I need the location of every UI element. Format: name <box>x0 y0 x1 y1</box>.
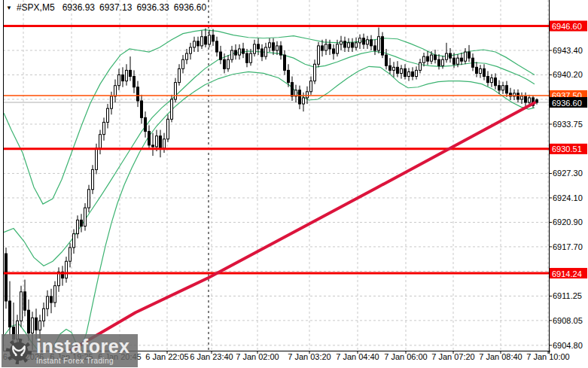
price-tick-label: 6920.90 <box>553 217 583 227</box>
candle-body <box>69 248 72 261</box>
candle-body <box>269 43 271 47</box>
candle-body <box>5 254 8 301</box>
candle-body <box>47 297 49 309</box>
candle-body <box>197 41 200 46</box>
candle-body <box>24 292 26 310</box>
candle-body <box>32 318 34 333</box>
current-price-badge-label: 6936.60 <box>552 99 582 108</box>
chart-window: 6943.406940.206933.756927.306924.106920.… <box>0 0 588 368</box>
candle-body <box>374 46 376 50</box>
candle-body <box>389 65 391 70</box>
candle-body <box>231 50 233 59</box>
candle-body <box>480 68 482 73</box>
candle-body <box>50 297 53 303</box>
candle-body <box>178 68 181 82</box>
candle-body <box>521 96 523 99</box>
candle-body <box>536 100 538 102</box>
candle-body <box>468 52 471 58</box>
candle-body <box>449 53 452 58</box>
candle-body <box>340 41 343 44</box>
candle-body <box>224 59 226 68</box>
candle-body <box>54 286 56 303</box>
candle-body <box>442 59 444 65</box>
chart-title-bar: ▼ #SPX,M5 6936.93 6937.13 6936.33 6936.6… <box>6 2 211 13</box>
candle-body <box>483 68 486 76</box>
candle-body <box>446 53 448 59</box>
candle-body <box>118 75 120 85</box>
candle-body <box>273 43 275 50</box>
candle-body <box>209 35 211 44</box>
candle-body <box>28 310 30 333</box>
candle-body <box>427 56 429 61</box>
time-tick-label: 7 Jan 02:00 <box>236 352 279 361</box>
candle-body <box>363 38 365 44</box>
candle-body <box>39 321 41 330</box>
time-tick-label: 7 Jan 04:40 <box>336 352 379 361</box>
candle-body <box>465 52 467 61</box>
symbol-dropdown-icon[interactable]: ▼ <box>6 5 12 11</box>
time-tick-label: 7 Jan 03:20 <box>288 352 331 361</box>
candle-body <box>122 75 124 81</box>
price-chart-canvas[interactable]: 6943.406940.206933.756927.306924.106920.… <box>0 0 588 368</box>
candle-body <box>186 53 188 59</box>
candle-body <box>235 50 237 55</box>
candle-body <box>310 81 312 92</box>
candle-body <box>201 37 203 46</box>
candle-body <box>84 208 87 226</box>
candle-body <box>306 92 309 98</box>
candle-body <box>491 78 493 83</box>
symbol-timeframe-label: #SPX,M5 <box>17 2 55 13</box>
candle-body <box>525 96 527 102</box>
candle-body <box>156 136 158 147</box>
time-tick-label: 7 Jan 08:40 <box>479 352 522 361</box>
price-tick-label: 6908.05 <box>553 316 583 325</box>
candle-body <box>495 78 497 86</box>
candle-body <box>382 37 384 55</box>
candle-body <box>66 261 68 278</box>
instaforex-logo-gear-icon <box>5 336 33 366</box>
candle-body <box>99 135 102 148</box>
candle-body <box>502 86 504 90</box>
chart-background <box>0 0 588 368</box>
candle-body <box>216 41 218 52</box>
price-tick-label: 6917.70 <box>553 242 583 251</box>
candle-body <box>9 301 11 327</box>
candle-body <box>265 47 267 56</box>
candle-body <box>288 70 290 82</box>
candle-body <box>498 86 501 90</box>
price-tick-label: 6943.40 <box>553 46 583 55</box>
candle-body <box>487 77 489 83</box>
candle-body <box>461 58 463 61</box>
candle-body <box>457 58 459 64</box>
candle-body <box>20 292 23 321</box>
candle-body <box>137 87 139 101</box>
candle-body <box>397 67 399 73</box>
candle-body <box>254 44 256 53</box>
candle-body <box>355 43 358 47</box>
candle-body <box>284 55 286 70</box>
candle-body <box>329 44 331 49</box>
candle-body <box>73 234 75 248</box>
candle-body <box>506 86 508 93</box>
candle-body <box>257 44 260 49</box>
candle-body <box>246 53 248 62</box>
price-tick-label: 6933.75 <box>553 120 583 129</box>
candle-body <box>472 58 474 67</box>
candle-body <box>96 148 98 169</box>
support-price-badge-label: 6914.24 <box>552 269 582 278</box>
candle-body <box>367 40 369 44</box>
candle-body <box>88 190 90 208</box>
candle-body <box>423 56 425 62</box>
candle-body <box>129 70 132 76</box>
price-tick-label: 6911.25 <box>553 291 582 300</box>
candle-body <box>77 220 79 233</box>
candle-body <box>160 136 162 148</box>
candle-body <box>35 318 38 330</box>
candle-body <box>419 62 422 70</box>
candle-body <box>404 68 407 76</box>
watermark-tagline-text: Instant Forex Trading <box>36 357 129 365</box>
candle-body <box>167 119 169 138</box>
candle-body <box>453 58 455 64</box>
candle-body <box>152 145 154 147</box>
quote-close: 6936.60 <box>174 2 206 13</box>
